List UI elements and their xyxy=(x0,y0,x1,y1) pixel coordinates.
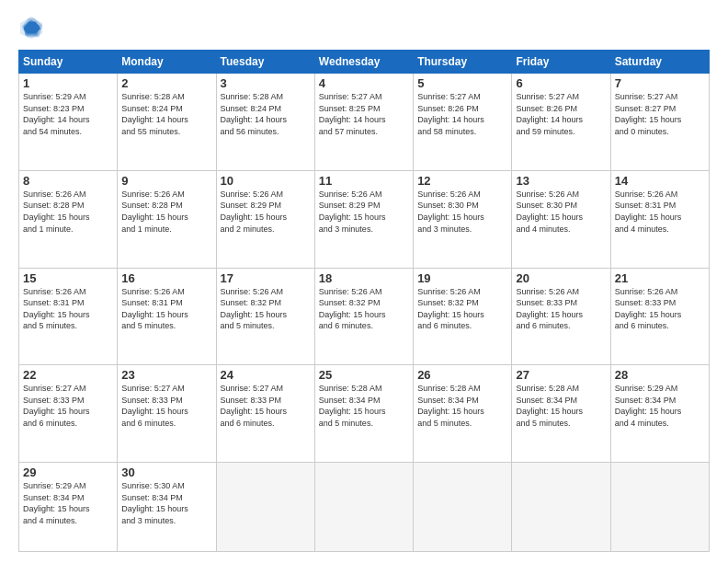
calendar-cell: 22Sunrise: 5:27 AM Sunset: 8:33 PM Dayli… xyxy=(19,365,118,463)
day-number: 25 xyxy=(319,368,409,382)
day-number: 15 xyxy=(23,271,113,285)
day-number: 22 xyxy=(23,368,113,382)
weekday-header-wednesday: Wednesday xyxy=(314,51,413,74)
day-info: Sunrise: 5:27 AM Sunset: 8:33 PM Dayligh… xyxy=(121,383,211,429)
calendar-cell: 16Sunrise: 5:26 AM Sunset: 8:31 PM Dayli… xyxy=(118,268,216,365)
day-number: 4 xyxy=(319,76,409,90)
day-number: 20 xyxy=(516,271,606,285)
day-info: Sunrise: 5:27 AM Sunset: 8:26 PM Dayligh… xyxy=(516,91,606,137)
weekday-header-tuesday: Tuesday xyxy=(216,51,314,74)
day-info: Sunrise: 5:26 AM Sunset: 8:32 PM Dayligh… xyxy=(319,286,409,332)
calendar-cell: 2Sunrise: 5:28 AM Sunset: 8:24 PM Daylig… xyxy=(118,74,216,171)
day-number: 28 xyxy=(615,368,705,382)
day-info: Sunrise: 5:26 AM Sunset: 8:32 PM Dayligh… xyxy=(417,286,507,332)
calendar-cell: 13Sunrise: 5:26 AM Sunset: 8:30 PM Dayli… xyxy=(512,170,610,268)
day-info: Sunrise: 5:28 AM Sunset: 8:34 PM Dayligh… xyxy=(319,383,409,429)
day-number: 1 xyxy=(23,76,113,90)
calendar-row-3: 15Sunrise: 5:26 AM Sunset: 8:31 PM Dayli… xyxy=(19,268,710,365)
day-info: Sunrise: 5:29 AM Sunset: 8:34 PM Dayligh… xyxy=(23,480,113,526)
weekday-header-friday: Friday xyxy=(512,51,610,74)
calendar-row-1: 1Sunrise: 5:29 AM Sunset: 8:23 PM Daylig… xyxy=(19,74,710,171)
weekday-header-row: SundayMondayTuesdayWednesdayThursdayFrid… xyxy=(19,51,710,74)
day-info: Sunrise: 5:27 AM Sunset: 8:33 PM Dayligh… xyxy=(23,383,113,429)
calendar-cell: 6Sunrise: 5:27 AM Sunset: 8:26 PM Daylig… xyxy=(512,74,610,171)
page: SundayMondayTuesdayWednesdayThursdayFrid… xyxy=(0,0,728,563)
day-info: Sunrise: 5:29 AM Sunset: 8:23 PM Dayligh… xyxy=(23,91,113,137)
calendar-cell xyxy=(512,463,610,552)
day-number: 6 xyxy=(516,76,606,90)
calendar-cell: 21Sunrise: 5:26 AM Sunset: 8:33 PM Dayli… xyxy=(610,268,709,365)
day-info: Sunrise: 5:26 AM Sunset: 8:31 PM Dayligh… xyxy=(121,286,211,332)
calendar-cell: 3Sunrise: 5:28 AM Sunset: 8:24 PM Daylig… xyxy=(216,74,314,171)
calendar-cell xyxy=(610,463,709,552)
day-number: 16 xyxy=(121,271,211,285)
calendar-body: 1Sunrise: 5:29 AM Sunset: 8:23 PM Daylig… xyxy=(19,74,710,552)
day-info: Sunrise: 5:30 AM Sunset: 8:34 PM Dayligh… xyxy=(121,480,211,526)
day-number: 29 xyxy=(23,465,113,479)
day-number: 18 xyxy=(319,271,409,285)
day-info: Sunrise: 5:26 AM Sunset: 8:31 PM Dayligh… xyxy=(615,189,705,235)
day-info: Sunrise: 5:28 AM Sunset: 8:34 PM Dayligh… xyxy=(417,383,507,429)
logo-icon xyxy=(18,15,44,40)
calendar-cell xyxy=(314,463,413,552)
day-info: Sunrise: 5:28 AM Sunset: 8:24 PM Dayligh… xyxy=(221,91,311,137)
calendar-cell: 4Sunrise: 5:27 AM Sunset: 8:25 PM Daylig… xyxy=(314,74,413,171)
calendar-cell xyxy=(414,463,512,552)
day-info: Sunrise: 5:27 AM Sunset: 8:26 PM Dayligh… xyxy=(417,91,507,137)
calendar-row-5: 29Sunrise: 5:29 AM Sunset: 8:34 PM Dayli… xyxy=(19,463,710,552)
calendar-cell: 23Sunrise: 5:27 AM Sunset: 8:33 PM Dayli… xyxy=(118,365,216,463)
day-number: 11 xyxy=(319,174,409,188)
day-info: Sunrise: 5:27 AM Sunset: 8:25 PM Dayligh… xyxy=(319,91,409,137)
day-info: Sunrise: 5:28 AM Sunset: 8:34 PM Dayligh… xyxy=(516,383,606,429)
day-info: Sunrise: 5:26 AM Sunset: 8:31 PM Dayligh… xyxy=(23,286,113,332)
day-number: 17 xyxy=(221,271,311,285)
day-info: Sunrise: 5:26 AM Sunset: 8:28 PM Dayligh… xyxy=(23,189,113,235)
calendar-cell: 14Sunrise: 5:26 AM Sunset: 8:31 PM Dayli… xyxy=(610,170,709,268)
day-number: 14 xyxy=(615,174,705,188)
calendar-cell: 11Sunrise: 5:26 AM Sunset: 8:29 PM Dayli… xyxy=(314,170,413,268)
day-number: 7 xyxy=(615,76,705,90)
calendar-cell: 8Sunrise: 5:26 AM Sunset: 8:28 PM Daylig… xyxy=(19,170,118,268)
day-info: Sunrise: 5:26 AM Sunset: 8:30 PM Dayligh… xyxy=(417,189,507,235)
calendar-cell: 18Sunrise: 5:26 AM Sunset: 8:32 PM Dayli… xyxy=(314,268,413,365)
calendar-cell: 15Sunrise: 5:26 AM Sunset: 8:31 PM Dayli… xyxy=(19,268,118,365)
header xyxy=(18,15,710,40)
calendar-cell: 27Sunrise: 5:28 AM Sunset: 8:34 PM Dayli… xyxy=(512,365,610,463)
calendar-cell: 29Sunrise: 5:29 AM Sunset: 8:34 PM Dayli… xyxy=(19,463,118,552)
day-number: 5 xyxy=(417,76,507,90)
day-number: 21 xyxy=(615,271,705,285)
calendar-cell: 1Sunrise: 5:29 AM Sunset: 8:23 PM Daylig… xyxy=(19,74,118,171)
calendar-cell: 24Sunrise: 5:27 AM Sunset: 8:33 PM Dayli… xyxy=(216,365,314,463)
day-info: Sunrise: 5:26 AM Sunset: 8:30 PM Dayligh… xyxy=(516,189,606,235)
day-number: 27 xyxy=(516,368,606,382)
day-number: 19 xyxy=(417,271,507,285)
day-info: Sunrise: 5:26 AM Sunset: 8:29 PM Dayligh… xyxy=(221,189,311,235)
day-number: 23 xyxy=(121,368,211,382)
calendar-cell: 20Sunrise: 5:26 AM Sunset: 8:33 PM Dayli… xyxy=(512,268,610,365)
day-number: 3 xyxy=(221,76,311,90)
calendar: SundayMondayTuesdayWednesdayThursdayFrid… xyxy=(18,50,710,552)
calendar-cell: 26Sunrise: 5:28 AM Sunset: 8:34 PM Dayli… xyxy=(414,365,512,463)
weekday-header-sunday: Sunday xyxy=(19,51,118,74)
day-info: Sunrise: 5:27 AM Sunset: 8:33 PM Dayligh… xyxy=(221,383,311,429)
calendar-cell: 17Sunrise: 5:26 AM Sunset: 8:32 PM Dayli… xyxy=(216,268,314,365)
calendar-cell: 28Sunrise: 5:29 AM Sunset: 8:34 PM Dayli… xyxy=(610,365,709,463)
day-number: 30 xyxy=(121,465,211,479)
day-info: Sunrise: 5:26 AM Sunset: 8:32 PM Dayligh… xyxy=(221,286,311,332)
calendar-cell: 10Sunrise: 5:26 AM Sunset: 8:29 PM Dayli… xyxy=(216,170,314,268)
weekday-header-monday: Monday xyxy=(118,51,216,74)
day-info: Sunrise: 5:26 AM Sunset: 8:33 PM Dayligh… xyxy=(516,286,606,332)
day-info: Sunrise: 5:26 AM Sunset: 8:33 PM Dayligh… xyxy=(615,286,705,332)
calendar-cell xyxy=(216,463,314,552)
calendar-row-2: 8Sunrise: 5:26 AM Sunset: 8:28 PM Daylig… xyxy=(19,170,710,268)
logo xyxy=(18,15,48,40)
calendar-row-4: 22Sunrise: 5:27 AM Sunset: 8:33 PM Dayli… xyxy=(19,365,710,463)
calendar-cell: 12Sunrise: 5:26 AM Sunset: 8:30 PM Dayli… xyxy=(414,170,512,268)
calendar-cell: 5Sunrise: 5:27 AM Sunset: 8:26 PM Daylig… xyxy=(414,74,512,171)
day-number: 26 xyxy=(417,368,507,382)
calendar-cell: 19Sunrise: 5:26 AM Sunset: 8:32 PM Dayli… xyxy=(414,268,512,365)
day-number: 24 xyxy=(221,368,311,382)
day-info: Sunrise: 5:26 AM Sunset: 8:29 PM Dayligh… xyxy=(319,189,409,235)
day-number: 10 xyxy=(221,174,311,188)
day-number: 12 xyxy=(417,174,507,188)
